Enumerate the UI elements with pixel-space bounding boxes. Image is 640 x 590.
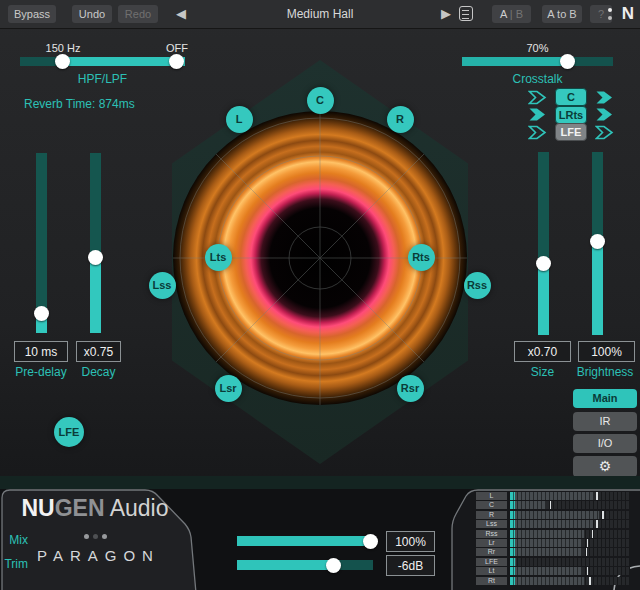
lpf-handle[interactable]	[169, 54, 184, 69]
lpf-value-label: OFF	[147, 42, 207, 54]
undo-button[interactable]: Undo	[72, 5, 112, 23]
meter-row-rt: Rt	[476, 577, 632, 585]
channel-node-rts[interactable]: Rts	[408, 244, 435, 271]
meter-peak-tick	[550, 501, 552, 509]
meter-peak-tick	[602, 511, 604, 519]
predelay-label: Pre-delay	[10, 365, 72, 379]
routing-in-arrow-icon[interactable]	[528, 90, 547, 105]
meter-bar	[510, 492, 630, 500]
a-to-b-button[interactable]: A to B	[542, 5, 582, 23]
nugen-logo-icon: N	[606, 3, 636, 25]
meter-bar	[510, 567, 630, 575]
channel-node-rss[interactable]: Rss	[464, 272, 491, 299]
channel-node-lss[interactable]: Lss	[149, 272, 176, 299]
channel-node-l[interactable]: L	[226, 106, 253, 133]
channel-node-r[interactable]: R	[387, 106, 414, 133]
meter-row-l: L	[476, 492, 632, 500]
redo-button[interactable]: Redo	[118, 5, 158, 23]
bypass-button[interactable]: Bypass	[8, 5, 56, 23]
size-slider[interactable]	[538, 152, 549, 335]
tab-io[interactable]: I/O	[573, 434, 637, 453]
routing-row-lfe: LFE	[528, 124, 614, 140]
routing-out-arrow-icon[interactable]	[595, 125, 614, 140]
crosstalk-label: Crosstalk	[462, 72, 613, 86]
meter-row-lss: Lss	[476, 520, 632, 528]
meter-channel-label: Rt	[476, 577, 507, 585]
meter-channel-label: Lt	[476, 567, 507, 575]
routing-channel-button[interactable]: C	[555, 88, 587, 106]
brightness-value[interactable]: 100%	[578, 341, 635, 362]
mix-slider[interactable]	[237, 536, 373, 546]
reverb-time-readout: Reverb Time: 874ms	[24, 97, 135, 111]
mix-row: Mix 100%	[0, 531, 440, 551]
meter-bar	[510, 539, 630, 547]
meter-bar	[510, 548, 630, 556]
size-label: Size	[514, 365, 571, 379]
trim-slider[interactable]	[237, 560, 373, 570]
meter-channel-label: Lss	[476, 520, 507, 528]
meter-channel-label: Rss	[476, 530, 507, 538]
meter-peak-tick	[589, 577, 591, 585]
meter-peak-tick	[596, 492, 598, 500]
meter-channel-label: R	[476, 511, 507, 519]
meter-channel-label: Rr	[476, 548, 507, 556]
meter-row-rr: Rr	[476, 548, 632, 556]
channel-node-rsr[interactable]: Rsr	[397, 375, 424, 402]
routing-in-arrow-icon[interactable]	[528, 125, 547, 140]
routing-out-arrow-icon[interactable]	[595, 90, 614, 105]
tab-ir[interactable]: IR	[573, 412, 637, 431]
mix-label: Mix	[0, 533, 28, 547]
meter-bar	[510, 520, 630, 528]
predelay-value[interactable]: 10 ms	[14, 341, 68, 362]
trim-label: Trim	[0, 557, 28, 571]
meter-channel-label: C	[476, 501, 507, 509]
meter-row-rss: Rss	[476, 530, 632, 538]
meter-peak-tick	[586, 548, 588, 556]
hpf-handle[interactable]	[55, 54, 70, 69]
routing-channel-button[interactable]: LRts	[555, 106, 587, 124]
decay-slider[interactable]	[90, 153, 101, 333]
crosstalk-handle[interactable]	[560, 54, 575, 69]
decay-handle[interactable]	[88, 250, 103, 265]
hpf-lpf-slider[interactable]	[20, 57, 185, 66]
meter-channel-label: L	[476, 492, 507, 500]
channel-node-lts[interactable]: Lts	[205, 244, 232, 271]
meter-peak-tick	[596, 520, 598, 528]
preset-prev-icon[interactable]: ◀	[176, 4, 186, 24]
preset-list-icon[interactable]	[459, 6, 473, 21]
brightness-slider[interactable]	[592, 152, 603, 335]
preset-name[interactable]: Medium Hall	[240, 0, 400, 28]
decay-value[interactable]: x0.75	[76, 341, 121, 362]
routing-row-lrts: LRts	[528, 107, 614, 123]
channel-node-lfe[interactable]: LFE	[54, 417, 84, 447]
routing-in-arrow-icon[interactable]	[528, 107, 547, 122]
meter-bar	[510, 558, 630, 566]
routing-channel-button[interactable]: LFE	[555, 123, 587, 141]
predelay-slider[interactable]	[36, 153, 47, 333]
tab-main[interactable]: Main	[573, 389, 637, 408]
hpf-value-label: 150 Hz	[33, 42, 93, 54]
settings-gear-icon[interactable]: ⚙	[573, 456, 637, 477]
size-value[interactable]: x0.70	[514, 341, 571, 362]
meter-row-lt: Lt	[476, 567, 632, 575]
channel-node-lsr[interactable]: Lsr	[215, 375, 242, 402]
preset-next-icon[interactable]: ▶	[441, 4, 451, 24]
predelay-handle[interactable]	[34, 306, 49, 321]
meter-peak-tick	[592, 530, 594, 538]
channel-node-c[interactable]: C	[307, 87, 334, 114]
mix-value[interactable]: 100%	[386, 531, 435, 552]
trim-handle[interactable]	[326, 558, 341, 573]
brightness-label: Brightness	[570, 365, 640, 379]
crosstalk-slider[interactable]	[462, 57, 613, 66]
meter-peak-tick	[587, 567, 589, 575]
meter-row-lr: Lr	[476, 539, 632, 547]
meter-channel-label: Lr	[476, 539, 507, 547]
ab-compare-button[interactable]: A | B	[492, 5, 531, 23]
routing-out-arrow-icon[interactable]	[595, 107, 614, 122]
mix-handle[interactable]	[363, 534, 378, 549]
meter-bar	[510, 511, 630, 519]
meter-bar	[510, 530, 630, 538]
meter-peak-tick	[587, 539, 589, 547]
hpf-lpf-label: HPF/LPF	[20, 72, 185, 86]
trim-value[interactable]: -6dB	[386, 555, 435, 576]
